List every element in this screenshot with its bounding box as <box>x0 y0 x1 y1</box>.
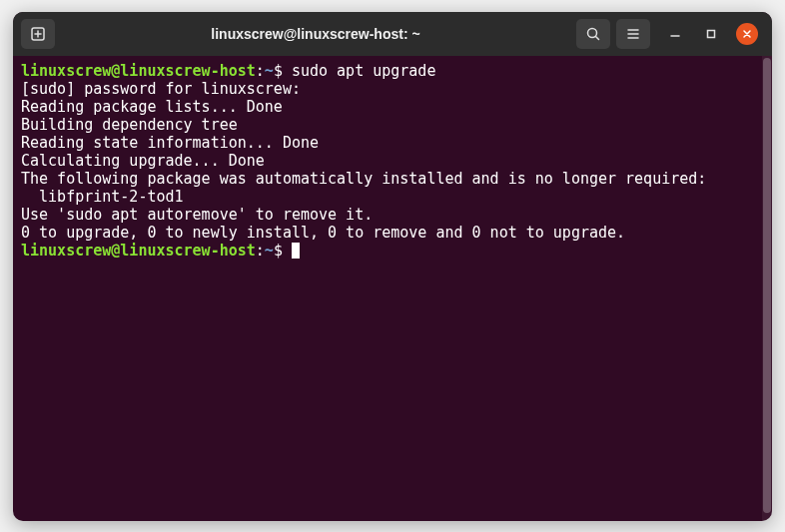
terminal-line: Calculating upgrade... Done <box>21 152 754 170</box>
prompt-path: ~ <box>265 242 274 260</box>
prompt-user: linuxscrew <box>21 242 111 260</box>
terminal-line: The following package was automatically … <box>21 170 754 188</box>
close-icon <box>742 29 752 39</box>
prompt-dollar: $ <box>274 62 292 80</box>
window-controls <box>664 23 758 45</box>
terminal-line: Reading package lists... Done <box>21 98 754 116</box>
window-title: linuxscrew@linuxscrew-host: ~ <box>61 26 570 42</box>
new-tab-icon <box>30 26 46 42</box>
hamburger-icon <box>625 26 641 42</box>
scrollbar[interactable] <box>762 56 772 521</box>
menu-button[interactable] <box>616 19 650 49</box>
cursor <box>292 243 300 259</box>
prompt-host: linuxscrew-host <box>120 242 255 260</box>
new-tab-button[interactable] <box>21 19 55 49</box>
terminal-body[interactable]: linuxscrew@linuxscrew-host:~$ sudo apt u… <box>13 56 762 521</box>
terminal-line: Use 'sudo apt autoremove' to remove it. <box>21 206 754 224</box>
prompt-dollar: $ <box>274 242 292 260</box>
close-button[interactable] <box>736 23 758 45</box>
prompt-path: ~ <box>265 62 274 80</box>
terminal-body-wrap: linuxscrew@linuxscrew-host:~$ sudo apt u… <box>13 56 772 521</box>
command-text: sudo apt upgrade <box>292 62 436 80</box>
scrollbar-thumb[interactable] <box>763 58 771 514</box>
prompt-at: @ <box>111 242 120 260</box>
prompt-user: linuxscrew <box>21 62 111 80</box>
terminal-line: linuxscrew@linuxscrew-host:~$ sudo apt u… <box>21 62 754 80</box>
titlebar: linuxscrew@linuxscrew-host: ~ <box>13 12 772 56</box>
minimize-icon <box>670 29 680 39</box>
terminal-line: libfprint-2-tod1 <box>21 188 754 206</box>
terminal-line: [sudo] password for linuxscrew: <box>21 80 754 98</box>
prompt-colon: : <box>256 242 265 260</box>
prompt-colon: : <box>256 62 265 80</box>
minimize-button[interactable] <box>664 23 686 45</box>
terminal-line: linuxscrew@linuxscrew-host:~$ <box>21 242 754 260</box>
terminal-line: 0 to upgrade, 0 to newly install, 0 to r… <box>21 224 754 242</box>
terminal-window: linuxscrew@linuxscrew-host: ~ <box>13 12 772 521</box>
search-button[interactable] <box>576 19 610 49</box>
terminal-line: Reading state information... Done <box>21 134 754 152</box>
maximize-button[interactable] <box>700 23 722 45</box>
svg-rect-2 <box>708 30 715 37</box>
search-icon <box>585 26 601 42</box>
maximize-icon <box>706 29 716 39</box>
prompt-at: @ <box>111 62 120 80</box>
prompt-host: linuxscrew-host <box>120 62 255 80</box>
terminal-line: Building dependency tree <box>21 116 754 134</box>
